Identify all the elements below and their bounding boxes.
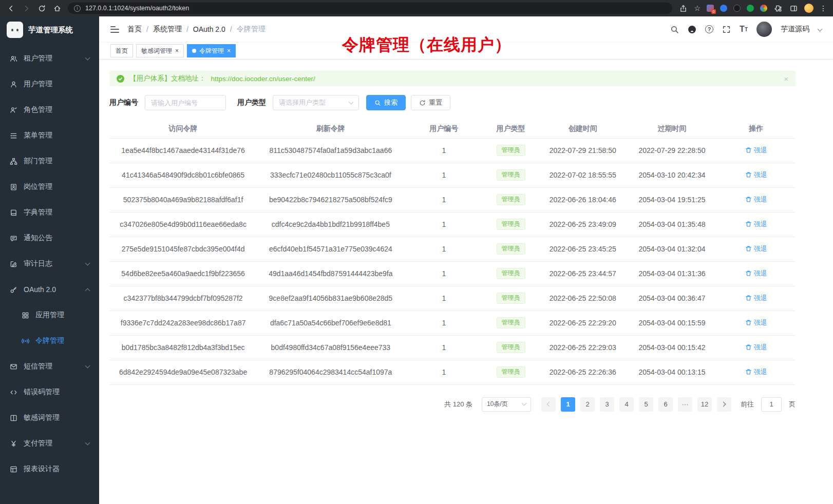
table-row: b0d1785bc3a8482f812db4a3f3bd15ec b0df498… <box>109 335 796 360</box>
split-view-icon[interactable] <box>789 4 798 13</box>
table-row: 6d842e2924594de9a09e45e087323abe 8796295… <box>109 360 796 384</box>
delete-icon <box>745 369 752 375</box>
sidebar-item-menu-mgmt[interactable]: 菜单管理 <box>0 123 99 148</box>
sidebar-item-label: 审计日志 <box>24 259 52 268</box>
fullscreen-icon[interactable] <box>722 25 731 34</box>
sidebar-item-payment[interactable]: 支付管理 <box>0 431 99 456</box>
force-logout-button[interactable]: 强退 <box>745 244 767 254</box>
sidebar-item-user[interactable]: 用户管理 <box>0 71 99 97</box>
force-logout-button[interactable]: 强退 <box>745 318 767 327</box>
delete-icon <box>745 270 752 277</box>
filter-bar: 用户编号 用户类型 请选择用户类型 搜索 <box>109 95 796 110</box>
goto-page-input[interactable] <box>761 397 782 412</box>
tab-sensitive-word[interactable]: 敏感词管理 × <box>136 44 184 57</box>
refresh-icon[interactable] <box>37 4 46 13</box>
delete-icon <box>745 245 752 252</box>
github-icon[interactable] <box>688 25 696 34</box>
user-type-badge: 管理员 <box>497 169 525 181</box>
close-icon[interactable]: × <box>784 74 788 83</box>
close-icon[interactable]: × <box>227 48 231 54</box>
force-logout-button[interactable]: 强退 <box>745 367 767 377</box>
force-logout-button[interactable]: 强退 <box>745 146 767 155</box>
user-type-label: 用户类型 <box>237 98 266 107</box>
sidebar-toggle-icon[interactable] <box>110 26 119 33</box>
page-button-6[interactable]: 6 <box>658 397 673 412</box>
page-button-12[interactable]: 12 <box>697 397 712 412</box>
tab-home[interactable]: 首页 <box>110 44 133 57</box>
puzzle-extensions-icon[interactable] <box>773 4 783 13</box>
sidebar-item-audit-log[interactable]: 审计日志 <box>0 251 99 277</box>
open-book-icon <box>10 414 17 422</box>
table-header-row: 访问令牌 刷新令牌 用户编号 用户类型 创建时间 过期时间 操作 <box>109 120 796 138</box>
page-button-1[interactable]: 1 <box>561 397 575 412</box>
sidebar-item-oauth[interactable]: OAuth 2.0 <box>0 277 99 302</box>
tab-token-mgmt[interactable]: 令牌管理 × <box>187 44 236 57</box>
sidebar-item-error-code[interactable]: 错误码管理 <box>0 379 99 405</box>
sidebar-item-sensitive-word[interactable]: 敏感词管理 <box>0 405 99 431</box>
breadcrumb-oauth[interactable]: OAuth 2.0 <box>193 25 225 33</box>
column-header-refresh-token: 刷新令牌 <box>257 120 404 138</box>
pages-ellipsis-button[interactable]: ··· <box>678 397 692 412</box>
extension-multicolor-icon[interactable] <box>760 5 767 12</box>
sidebar-item-token-mgmt[interactable]: 令牌管理 <box>0 328 99 354</box>
sidebar-item-sms[interactable]: 短信管理 <box>0 354 99 379</box>
bookmark-star-icon[interactable]: ☆ <box>694 4 701 12</box>
table-row: 502375b8040a469a9b82188afdf6af1f be90422… <box>109 187 796 212</box>
sidebar-item-dict[interactable]: 字典管理 <box>0 200 99 225</box>
font-size-icon[interactable]: TT <box>740 25 748 34</box>
breadcrumb-system[interactable]: 系统管理 <box>153 25 182 34</box>
topbar-right: ? TT 芋道源码 <box>670 22 822 37</box>
extension-badged-icon[interactable]: 0 <box>707 5 714 12</box>
force-logout-button[interactable]: 强退 <box>745 195 767 204</box>
search-icon[interactable] <box>670 25 679 34</box>
page-button-3[interactable]: 3 <box>600 397 614 412</box>
breadcrumb-home[interactable]: 首页 <box>127 25 142 34</box>
prev-page-button[interactable] <box>541 397 556 412</box>
table-row: f9336e7c7dd242a283ee98dc86b17a87 dfa6c71… <box>109 311 796 335</box>
topbar: 首页 / 系统管理 / OAuth 2.0 / 令牌管理 ? TT 芋道源码 <box>99 16 833 42</box>
column-header-actions: 操作 <box>716 120 796 138</box>
username[interactable]: 芋道源码 <box>781 25 809 34</box>
site-info-icon[interactable]: i <box>74 5 81 12</box>
reset-button[interactable]: 重置 <box>411 95 450 110</box>
force-logout-button[interactable]: 强退 <box>745 220 767 229</box>
user-id-input[interactable] <box>145 95 226 110</box>
force-logout-button[interactable]: 强退 <box>745 269 767 278</box>
sidebar-item-label: 支付管理 <box>24 439 52 448</box>
extension-blue-icon[interactable] <box>720 5 727 12</box>
sidebar-item-app-mgmt[interactable]: 应用管理 <box>0 302 99 328</box>
sidebar-item-post[interactable]: 岗位管理 <box>0 174 99 200</box>
force-logout-button[interactable]: 强退 <box>745 343 767 352</box>
sidebar-item-report-designer[interactable]: 报表设计器 <box>0 456 99 482</box>
page-size-select[interactable]: 10条/页 <box>482 397 531 412</box>
extension-dark-icon[interactable] <box>733 5 741 12</box>
sidebar-item-notice[interactable]: 通知公告 <box>0 225 99 251</box>
user-type-badge: 管理员 <box>497 219 525 230</box>
help-icon[interactable]: ? <box>705 25 713 33</box>
extension-green-icon[interactable] <box>747 5 754 12</box>
sidebar-item-dept[interactable]: 部门管理 <box>0 148 99 174</box>
user-type-select[interactable]: 请选择用户类型 <box>273 95 359 110</box>
doc-link[interactable]: https://doc.iocoder.cn/user-center/ <box>211 75 315 83</box>
force-logout-button[interactable]: 强退 <box>745 170 767 180</box>
sidebar-item-tenant[interactable]: 租户管理 <box>0 46 99 71</box>
sidebar-item-label: 租户管理 <box>24 54 52 63</box>
browser-menu-icon[interactable]: ⋮ <box>820 5 827 12</box>
next-page-button[interactable] <box>717 397 731 412</box>
force-logout-button[interactable]: 强退 <box>745 294 767 303</box>
page-button-2[interactable]: 2 <box>580 397 595 412</box>
sidebar-item-role[interactable]: 角色管理 <box>0 97 99 123</box>
chevron-down-icon[interactable] <box>818 26 823 31</box>
home-icon[interactable] <box>52 4 62 13</box>
forward-icon[interactable] <box>22 4 31 13</box>
page-button-5[interactable]: 5 <box>639 397 653 412</box>
url-bar[interactable]: i 127.0.0.1:1024/system/oauth2/token <box>68 3 672 14</box>
logo[interactable]: 芋道管理系统 <box>0 16 99 43</box>
browser-profile-avatar[interactable] <box>804 4 813 13</box>
search-button[interactable]: 搜索 <box>366 95 406 110</box>
avatar[interactable] <box>756 22 772 37</box>
back-icon[interactable] <box>6 4 15 13</box>
page-button-4[interactable]: 4 <box>619 397 634 412</box>
close-icon[interactable]: × <box>175 48 179 54</box>
share-icon[interactable] <box>678 4 688 13</box>
